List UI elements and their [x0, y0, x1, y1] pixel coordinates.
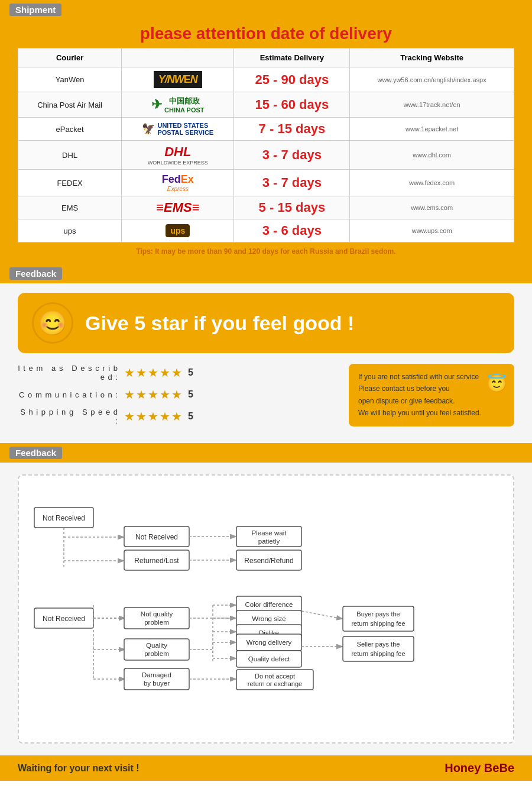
courier-logo: ✈ 中国邮政 CHINA POST	[122, 92, 234, 118]
satisfaction-text: If you are not satisfied with our servic…	[358, 371, 505, 419]
shipment-header-label: Shipment	[9, 4, 61, 16]
footer-right-text: Honey BeBe	[445, 761, 514, 775]
courier-name: ups	[18, 219, 122, 243]
rating-row-shipping: S h i p p i n g S p e e d : ★★★★★ 5	[18, 408, 337, 425]
stars-communication: ★★★★★	[124, 387, 183, 402]
svg-line-37	[301, 611, 342, 619]
courier-logo: DHL WORLDWIDE EXPRESS	[122, 141, 234, 170]
feedback1-header-label: Feedback	[9, 267, 62, 280]
fc-quality-defect: Quality defect	[248, 655, 290, 662]
delivery-time: 3 - 7 days	[234, 141, 350, 170]
col-tracking: Tracking Website	[350, 49, 514, 67]
attention-title: please attention date of delivery	[18, 24, 514, 43]
feedback2-section: Not Received Not Received Not Received R…	[0, 463, 532, 755]
tracking-url: www.1epacket.net	[350, 118, 514, 141]
table-row: EMS ≡EMS≡ 5 - 15 days www.ems.com	[18, 196, 514, 219]
tracking-url: www.ems.com	[350, 196, 514, 219]
delivery-time: 15 - 60 days	[234, 92, 350, 118]
fc-please-wait: Please wait	[252, 529, 287, 537]
tracking-url: www.yw56.com.cn/english/index.aspx	[350, 67, 514, 92]
fc-damaged-buyer: Damaged	[142, 671, 171, 678]
flowchart-svg: Not Received Not Received Not Received R…	[28, 490, 525, 726]
courier-logo: FedEx Express	[122, 170, 234, 196]
give-star-box: 😊 Give 5 star if you feel good !	[18, 293, 514, 353]
stars-shipping: ★★★★★	[124, 409, 183, 424]
satisfaction-box: If you are not satisfied with our servic…	[349, 364, 514, 426]
tracking-url: www.dhl.com	[350, 141, 514, 170]
rating-row-described: I t e m a s D e s c r i b e d : ★★★★★ 5	[18, 364, 337, 382]
ratings-left: I t e m a s D e s c r i b e d : ★★★★★ 5 …	[18, 364, 337, 431]
rating-num-shipping: 5	[188, 411, 194, 422]
fc-not-received-top: Not Received	[43, 514, 85, 522]
fc-returned-lost: Returned/Lost	[134, 557, 179, 565]
svg-text:return shipping fee: return shipping fee	[351, 620, 405, 627]
delivery-time: 3 - 7 days	[234, 170, 350, 196]
col-estimate: Estimate Delivery	[234, 49, 350, 67]
courier-table: Courier Estimate Delivery Tracking Websi…	[18, 48, 514, 243]
courier-logo: ups	[122, 219, 234, 243]
table-row: FEDEX FedEx Express 3 - 7 days www.fedex…	[18, 170, 514, 196]
fc-not-received-mid: Not Received	[135, 533, 178, 541]
ratings-area: I t e m a s D e s c r i b e d : ★★★★★ 5 …	[18, 364, 514, 431]
tracking-url: www.17track.net/en	[350, 92, 514, 118]
col-logo	[122, 49, 234, 67]
ups-logo: ups	[166, 224, 190, 237]
dhl-logo: DHL WORLDWIDE EXPRESS	[126, 144, 229, 166]
svg-text:problem: problem	[144, 650, 169, 657]
rating-label-described: I t e m a s D e s c r i b e d :	[18, 364, 118, 382]
fc-not-received-bottom: Not Received	[43, 615, 85, 623]
feedback1-header: Feedback	[0, 264, 532, 283]
table-row: YanWen Y/NWEN 25 - 90 days www.yw56.com.…	[18, 67, 514, 92]
feedback2-header-label: Feedback	[9, 447, 62, 459]
rating-row-communication: C o m m u n i c a t i o n : ★★★★★ 5	[18, 387, 337, 402]
courier-name: YanWen	[18, 67, 122, 92]
delivery-time: 25 - 90 days	[234, 67, 350, 92]
give-star-text: Give 5 star if you feel good !	[85, 312, 354, 335]
courier-name: FEDEX	[18, 170, 122, 196]
courier-logo: 🦅 UNITED STATES POSTAL SERVICE	[122, 118, 234, 141]
courier-name: ePacket	[18, 118, 122, 141]
usps-logo: 🦅 UNITED STATES POSTAL SERVICE	[126, 122, 229, 136]
fc-wrong-delivery: Wrong delivery	[246, 639, 292, 646]
footer-left-text: Waiting for your next visit !	[18, 763, 140, 774]
courier-logo: ≡EMS≡	[122, 196, 234, 219]
table-row: China Post Air Mail ✈ 中国邮政 CHINA POST 15…	[18, 92, 514, 118]
svg-text:return or exchange: return or exchange	[248, 680, 302, 687]
delivery-time: 5 - 15 days	[234, 196, 350, 219]
courier-name: EMS	[18, 196, 122, 219]
svg-text:problem: problem	[144, 619, 169, 626]
svg-text:patietly: patietly	[258, 538, 280, 545]
rating-num-described: 5	[188, 367, 194, 378]
shipment-header: Shipment	[0, 0, 532, 20]
courier-logo: Y/NWEN	[122, 67, 234, 92]
angel-emoji: 😇	[486, 371, 507, 397]
tips-text: Tips: It may be more than 90 and 120 day…	[18, 247, 514, 256]
tracking-url: www.ups.com	[350, 219, 514, 243]
table-row: ePacket 🦅 UNITED STATES POSTAL SERVICE	[18, 118, 514, 141]
svg-text:by buyer: by buyer	[144, 680, 170, 687]
col-courier: Courier	[18, 49, 122, 67]
fc-color-diff: Color difference	[245, 601, 293, 608]
fc-buyer-pays: Buyer pays the	[356, 610, 400, 618]
table-row: ups ups 3 - 6 days www.ups.com	[18, 219, 514, 243]
fc-wrong-size: Wrong size	[252, 615, 286, 622]
rating-num-communication: 5	[188, 389, 194, 400]
fc-resend-refund: Resend/Refund	[244, 557, 293, 565]
feedback1-section: 😊 Give 5 star if you feel good ! I t e m…	[0, 283, 532, 443]
stars-described: ★★★★★	[124, 366, 183, 380]
courier-name: DHL	[18, 141, 122, 170]
tracking-url: www.fedex.com	[350, 170, 514, 196]
fc-do-not-accept: Do not accept	[255, 673, 295, 680]
fc-seller-pays: Seller pays the	[357, 641, 400, 648]
fc-quality-problem: Quality	[146, 642, 167, 649]
delivery-time: 3 - 6 days	[234, 219, 350, 243]
svg-text:return shipping fee: return shipping fee	[351, 650, 405, 657]
feedback2-header: Feedback	[0, 443, 532, 463]
flowchart-container: Not Received Not Received Not Received R…	[18, 474, 514, 744]
fedex-logo: FedEx Express	[126, 173, 229, 192]
courier-name: China Post Air Mail	[18, 92, 122, 118]
fc-not-quality: Not quality	[141, 610, 173, 618]
rating-label-communication: C o m m u n i c a t i o n :	[18, 390, 118, 399]
table-row: DHL DHL WORLDWIDE EXPRESS 3 - 7 days www…	[18, 141, 514, 170]
shipment-section: please attention date of delivery Courie…	[0, 20, 532, 264]
